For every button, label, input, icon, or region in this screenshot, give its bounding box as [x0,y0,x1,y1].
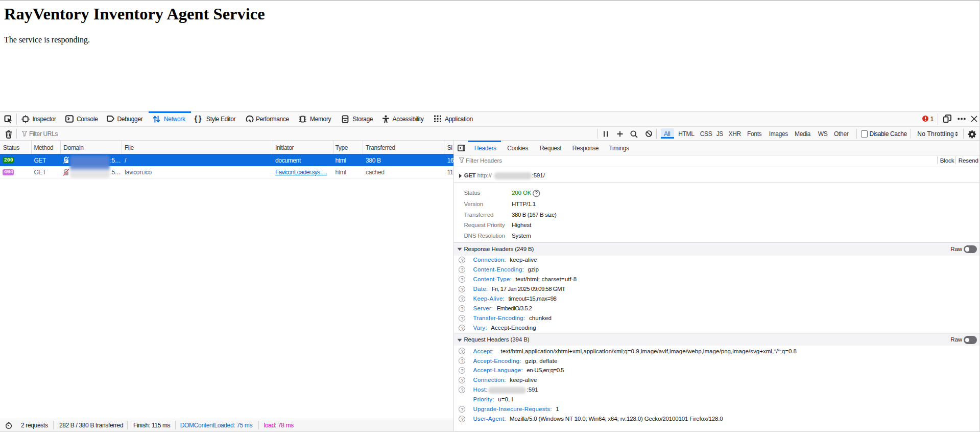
svg-text:?: ? [535,191,538,196]
